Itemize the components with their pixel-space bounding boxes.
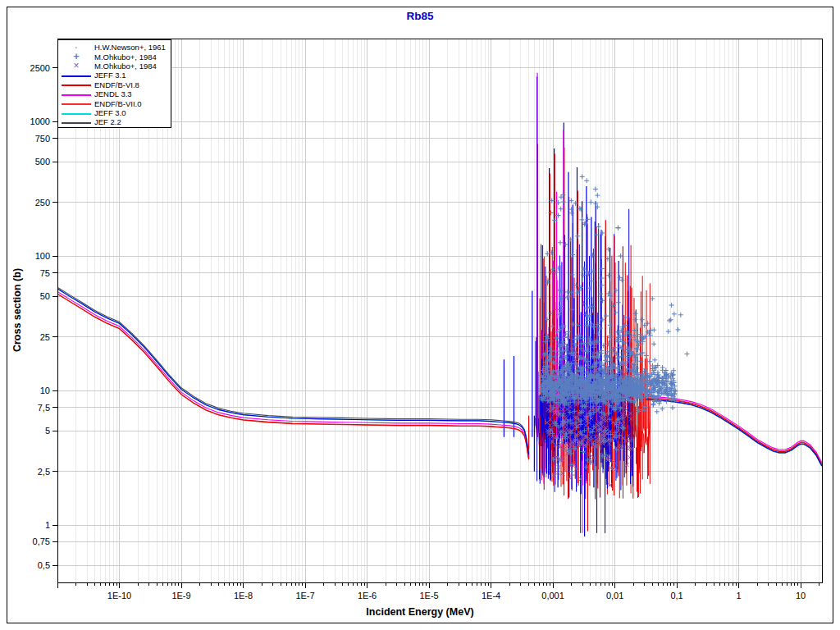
legend-entry: JEF 2.2: [58, 117, 171, 126]
legend-entry: JEFF 3.0: [58, 108, 171, 117]
svg-text:1E-8: 1E-8: [234, 591, 253, 600]
legend-line-sample: [58, 118, 94, 126]
legend-line-sample: [58, 80, 94, 89]
svg-text:1E-9: 1E-9: [171, 591, 190, 600]
svg-text:75: 75: [40, 268, 50, 278]
svg-text:0,01: 0,01: [606, 591, 623, 600]
legend-line-sample: [58, 99, 94, 107]
svg-text:0,1: 0,1: [670, 591, 682, 600]
legend-line-swatch: [62, 84, 91, 86]
legend-entry: ENDF/B-VII.0: [58, 98, 171, 107]
svg-text:25: 25: [40, 332, 50, 342]
svg-text:1E-4: 1E-4: [482, 591, 500, 600]
legend-label: M.Ohkubo+, 1984: [94, 52, 157, 62]
svg-text:7,5: 7,5: [38, 403, 50, 413]
svg-text:1E-10: 1E-10: [107, 591, 131, 600]
legend-line-sample: [58, 90, 94, 98]
svg-text:0,75: 0,75: [33, 536, 50, 546]
legend-line-swatch: [62, 75, 91, 77]
svg-text:250: 250: [35, 198, 50, 208]
svg-text:1E-6: 1E-6: [358, 591, 377, 600]
svg-text:1E-7: 1E-7: [295, 591, 314, 600]
legend-line-sample: [58, 71, 94, 80]
svg-text:1: 1: [737, 591, 742, 600]
legend-label: JEFF 3.1: [94, 71, 126, 80]
svg-text:10: 10: [40, 386, 50, 395]
svg-text:5: 5: [45, 426, 50, 436]
tick-labels: 1E-101E-91E-81E-71E-61E-51E-40,0010,010,…: [30, 63, 806, 600]
legend-entry: JENDL 3.3: [58, 89, 171, 98]
svg-text:0,001: 0,001: [541, 591, 564, 600]
legend-label: ENDF/B-VII.0: [94, 99, 142, 108]
svg-text:1E-5: 1E-5: [419, 591, 438, 600]
legend-label: JEFF 3.0: [94, 108, 126, 117]
legend-label: ENDF/B-VI.8: [94, 80, 139, 89]
legend-line-swatch: [62, 103, 91, 105]
svg-text:1000: 1000: [30, 116, 50, 126]
legend-entry: ENDF/B-VI.8: [58, 80, 171, 89]
legend-line-swatch: [62, 113, 91, 115]
svg-text:0,5: 0,5: [38, 560, 50, 570]
svg-text:10: 10: [796, 591, 806, 600]
chart-title: Rb85: [0, 10, 840, 22]
svg-text:50: 50: [40, 291, 50, 301]
legend-cross-icon: ×: [58, 62, 94, 70]
legend-entries: ·H.W.Newson+, 1961+M.Ohkubo+, 1984×M.Ohk…: [58, 43, 171, 127]
legend-line-swatch: [62, 122, 91, 124]
resonance-spikes: [504, 73, 650, 536]
legend-label: JEF 2.2: [94, 117, 121, 126]
legend-line-swatch: [62, 94, 91, 96]
svg-text:1: 1: [45, 520, 50, 530]
svg-text:500: 500: [35, 157, 50, 167]
legend-label: M.Ohkubo+, 1984: [94, 62, 157, 71]
svg-text:2500: 2500: [30, 63, 50, 73]
svg-text:100: 100: [35, 251, 50, 261]
legend-label: H.W.Newson+, 1961: [94, 43, 166, 52]
legend-entry: ×M.Ohkubo+, 1984: [58, 62, 171, 71]
legend-line-sample: [58, 108, 94, 116]
grid-minor: [76, 39, 819, 582]
x-axis-label: Incident Energy (MeV): [0, 606, 840, 618]
legend-box: ·H.W.Newson+, 1961+M.Ohkubo+, 1984×M.Ohk…: [57, 39, 171, 128]
legend-entry: JEFF 3.1: [58, 71, 171, 80]
svg-text:750: 750: [35, 134, 50, 144]
legend-label: JENDL 3.3: [94, 89, 132, 98]
svg-text:2,5: 2,5: [38, 467, 50, 477]
y-axis-label: Cross section (b): [11, 268, 23, 352]
